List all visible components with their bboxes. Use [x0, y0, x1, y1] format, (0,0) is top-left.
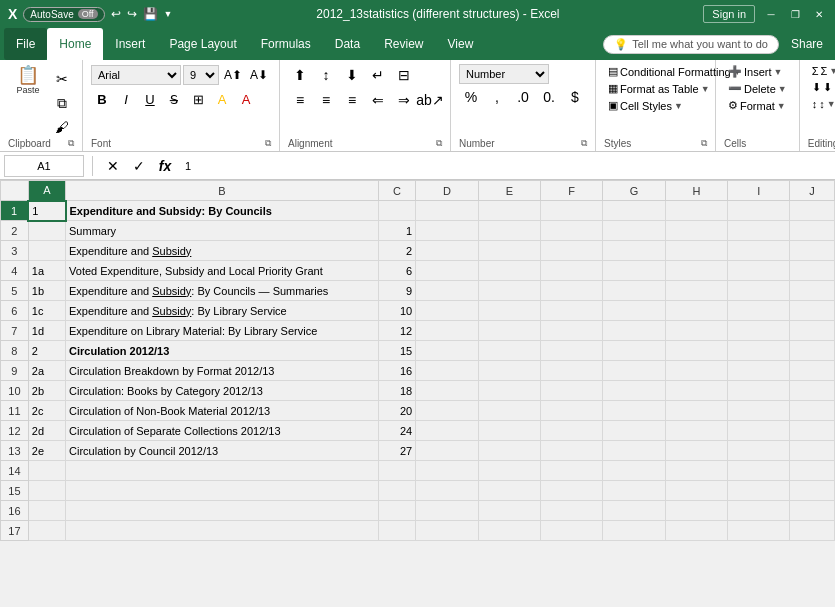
indent-increase-button[interactable]: ⇒: [392, 89, 416, 111]
cell-a10[interactable]: 2b: [28, 381, 65, 401]
autosave-toggle[interactable]: Off: [78, 9, 98, 19]
cell-j10[interactable]: [790, 381, 835, 401]
cell-e17[interactable]: [478, 521, 540, 541]
cell-a2[interactable]: [28, 221, 65, 241]
cell-a14[interactable]: [28, 461, 65, 481]
cell-c7[interactable]: 12: [378, 321, 415, 341]
cell-j5[interactable]: [790, 281, 835, 301]
indent-decrease-button[interactable]: ⇐: [366, 89, 390, 111]
cell-a9[interactable]: 2a: [28, 361, 65, 381]
cell-e5[interactable]: [478, 281, 540, 301]
fill-button[interactable]: ⬇ ⬇ ▼: [808, 80, 835, 95]
cell-g4[interactable]: [603, 261, 666, 281]
cell-e3[interactable]: [478, 241, 540, 261]
cell-c12[interactable]: 24: [378, 421, 415, 441]
cell-f11[interactable]: [541, 401, 603, 421]
customize-qat-icon[interactable]: ▼: [164, 9, 173, 19]
cell-f9[interactable]: [541, 361, 603, 381]
cell-b17[interactable]: [66, 521, 379, 541]
cell-c13[interactable]: 27: [378, 441, 415, 461]
col-header-f[interactable]: F: [541, 181, 603, 201]
cell-c1[interactable]: [378, 201, 415, 221]
cell-d10[interactable]: [416, 381, 478, 401]
cell-b12[interactable]: Circulation of Separate Collections 2012…: [66, 421, 379, 441]
cell-e12[interactable]: [478, 421, 540, 441]
cell-f7[interactable]: [541, 321, 603, 341]
cell-i11[interactable]: [728, 401, 790, 421]
sum-button[interactable]: Σ Σ ▼: [808, 64, 835, 78]
cell-a6[interactable]: 1c: [28, 301, 65, 321]
cell-e2[interactable]: [478, 221, 540, 241]
cell-j17[interactable]: [790, 521, 835, 541]
fill-color-button[interactable]: A: [211, 89, 233, 109]
minimize-button[interactable]: ─: [763, 6, 779, 22]
cell-g5[interactable]: [603, 281, 666, 301]
row-header-15[interactable]: 15: [1, 481, 29, 501]
cell-g2[interactable]: [603, 221, 666, 241]
cell-f10[interactable]: [541, 381, 603, 401]
cell-j3[interactable]: [790, 241, 835, 261]
copy-button[interactable]: ⧉: [50, 92, 74, 114]
name-box[interactable]: [4, 155, 84, 177]
cell-f6[interactable]: [541, 301, 603, 321]
cell-c8[interactable]: 15: [378, 341, 415, 361]
cell-i7[interactable]: [728, 321, 790, 341]
cell-a11[interactable]: 2c: [28, 401, 65, 421]
cell-c11[interactable]: 20: [378, 401, 415, 421]
cell-d7[interactable]: [416, 321, 478, 341]
cell-f13[interactable]: [541, 441, 603, 461]
col-header-c[interactable]: C: [378, 181, 415, 201]
autosave-badge[interactable]: AutoSave Off: [23, 7, 104, 22]
cell-f1[interactable]: [541, 201, 603, 221]
currency-button[interactable]: $: [563, 86, 587, 108]
cell-j16[interactable]: [790, 501, 835, 521]
font-expander[interactable]: ⧉: [265, 138, 271, 149]
col-header-d[interactable]: D: [416, 181, 478, 201]
close-button[interactable]: ✕: [811, 6, 827, 22]
top-align-button[interactable]: ⬆: [288, 64, 312, 86]
cell-b16[interactable]: [66, 501, 379, 521]
italic-button[interactable]: I: [115, 89, 137, 109]
cell-i3[interactable]: [728, 241, 790, 261]
cell-h11[interactable]: [665, 401, 727, 421]
cell-d12[interactable]: [416, 421, 478, 441]
font-color-button[interactable]: A: [235, 89, 257, 109]
cell-a3[interactable]: [28, 241, 65, 261]
cell-j2[interactable]: [790, 221, 835, 241]
cell-f15[interactable]: [541, 481, 603, 501]
cell-d5[interactable]: [416, 281, 478, 301]
cell-c16[interactable]: [378, 501, 415, 521]
cell-j13[interactable]: [790, 441, 835, 461]
cell-e6[interactable]: [478, 301, 540, 321]
cell-c9[interactable]: 16: [378, 361, 415, 381]
increase-font-button[interactable]: A⬆: [221, 64, 245, 86]
cell-c10[interactable]: 18: [378, 381, 415, 401]
cell-b5[interactable]: Expenditure and Subsidy: By Councils — S…: [66, 281, 379, 301]
cell-i12[interactable]: [728, 421, 790, 441]
cell-a13[interactable]: 2e: [28, 441, 65, 461]
cell-c6[interactable]: 10: [378, 301, 415, 321]
cell-d1[interactable]: [416, 201, 478, 221]
cell-j6[interactable]: [790, 301, 835, 321]
cell-g13[interactable]: [603, 441, 666, 461]
col-header-h[interactable]: H: [665, 181, 727, 201]
cell-a17[interactable]: [28, 521, 65, 541]
middle-align-button[interactable]: ↕: [314, 64, 338, 86]
cell-g11[interactable]: [603, 401, 666, 421]
styles-expander[interactable]: ⧉: [701, 138, 707, 149]
row-header-9[interactable]: 9: [1, 361, 29, 381]
cell-h5[interactable]: [665, 281, 727, 301]
cell-b8[interactable]: Circulation 2012/13: [66, 341, 379, 361]
cancel-formula-button[interactable]: ✕: [101, 155, 125, 177]
row-header-16[interactable]: 16: [1, 501, 29, 521]
undo-icon[interactable]: ↩: [111, 7, 121, 21]
cell-h16[interactable]: [665, 501, 727, 521]
cell-e8[interactable]: [478, 341, 540, 361]
cell-d4[interactable]: [416, 261, 478, 281]
row-header-13[interactable]: 13: [1, 441, 29, 461]
percent-button[interactable]: %: [459, 86, 483, 108]
cell-b14[interactable]: [66, 461, 379, 481]
sort-filter-button[interactable]: ↕ ↕ ▼: [808, 97, 835, 111]
cell-h17[interactable]: [665, 521, 727, 541]
cell-b15[interactable]: [66, 481, 379, 501]
